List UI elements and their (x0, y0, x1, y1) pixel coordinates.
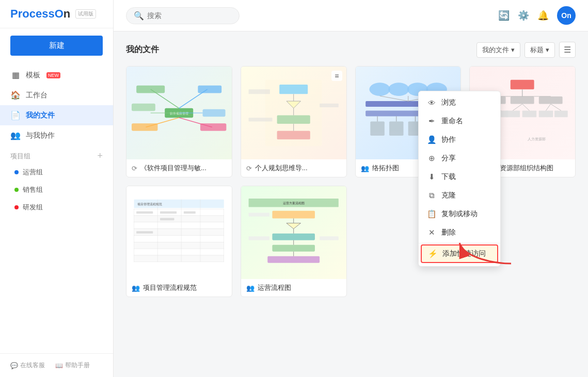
rd-dot (14, 205, 19, 209)
file-card-mindmap[interactable]: 软件项目管理 (126, 66, 232, 177)
sidebar-item-template[interactable]: ▦ 模板 NEW (0, 65, 113, 85)
svg-rect-93 (320, 236, 339, 240)
file-name: 项目管理流程规范 (143, 283, 197, 292)
table-svg: 项目管理流程规范 (132, 191, 226, 274)
mindmap-svg: 软件项目管理 (132, 71, 226, 155)
menu-divider (419, 243, 500, 243)
flow-svg (246, 71, 341, 155)
svg-rect-69 (134, 242, 224, 249)
svg-text:人力资源部: 人力资源部 (528, 137, 546, 141)
svg-rect-19 (277, 116, 310, 124)
svg-marker-84 (287, 223, 301, 229)
svg-rect-21 (277, 131, 310, 140)
shortcut-icon: ⚡ (428, 249, 437, 258)
sidebar-footer: 💬 在线客服 📖 帮助手册 (0, 353, 113, 377)
svg-rect-66 (134, 222, 224, 229)
settings-icon[interactable]: ⚙️ (518, 10, 529, 21)
ops-dot (14, 170, 19, 174)
file-card-ops[interactable]: 运营方案流程图 (241, 186, 347, 297)
content-area: 我的文件 我的文件 ▾ 标题 ▾ ☰ (114, 31, 588, 377)
context-menu-copy-move[interactable]: 📋 复制或移动 (419, 205, 500, 223)
file-info: ⟳ 个人规划思维导... (241, 159, 346, 177)
copy-move-icon: 📋 (427, 209, 436, 219)
logo: ProcessOn 试用版 (0, 0, 113, 28)
svg-line-58 (522, 104, 530, 111)
sidebar-item-myfiles[interactable]: 📄 我的文件 (0, 105, 113, 125)
sidebar-item-workspace[interactable]: 🏠 工作台 (0, 85, 113, 105)
filter-label: 我的文件 (482, 45, 509, 55)
group-item-ops[interactable]: 运营组 (0, 163, 113, 181)
support-label: 在线客服 (20, 361, 45, 370)
footer-help[interactable]: 📖 帮助手册 (55, 361, 90, 370)
user-avatar[interactable]: On (557, 6, 576, 25)
svg-rect-88 (272, 245, 315, 252)
svg-rect-91 (249, 212, 269, 216)
sidebar-item-label: 我的文件 (26, 111, 55, 120)
menu-item-label: 协作 (441, 135, 456, 144)
svg-rect-24 (320, 104, 339, 107)
card-menu-button[interactable]: ≡ (331, 71, 342, 81)
context-menu-delete[interactable]: ✕ 删除 (419, 223, 500, 242)
sidebar-item-label: 工作台 (26, 91, 47, 100)
context-menu-download[interactable]: ⬇ 下载 (419, 168, 500, 186)
file-type-icon: 👥 (246, 284, 255, 292)
group-label: 运营组 (23, 168, 43, 177)
context-menu-clone[interactable]: ⧉ 克隆 (419, 186, 500, 205)
svg-rect-45 (511, 96, 534, 104)
svg-rect-78 (184, 211, 196, 214)
new-button[interactable]: 新建 (10, 36, 103, 56)
share-icon: ⊕ (427, 154, 436, 163)
browse-icon: 👁 (427, 99, 436, 107)
file-card-personal[interactable]: ≡ ⟳ 个人规划思维导... (241, 66, 347, 177)
sidebar-nav: ▦ 模板 NEW 🏠 工作台 📄 我的文件 👥 与我协作 项目组 + 运营组 销… (0, 63, 113, 353)
search-icon: 🔍 (134, 11, 144, 21)
svg-rect-52 (522, 110, 537, 117)
file-type-icon: 👥 (132, 284, 140, 292)
group-item-rd[interactable]: 研发组 (0, 199, 113, 216)
notification-icon[interactable]: 🔔 (537, 10, 549, 21)
svg-rect-75 (136, 211, 153, 214)
list-view-button[interactable]: ☰ (559, 42, 576, 58)
collab-icon: 👥 (10, 130, 21, 140)
project-group-label: 项目组 (10, 152, 30, 161)
svg-rect-13 (203, 109, 226, 117)
sidebar-item-label: 模板 (26, 71, 40, 80)
file-type-icon: ⟳ (132, 165, 137, 172)
my-files-filter[interactable]: 我的文件 ▾ (476, 42, 520, 58)
list-icon: ☰ (564, 45, 571, 54)
search-input[interactable] (147, 11, 230, 20)
svg-text:项目管理流程规范: 项目管理流程规范 (137, 202, 162, 206)
svg-rect-42 (511, 80, 534, 89)
context-menu-collab[interactable]: 👤 协作 (419, 130, 500, 149)
context-menu-rename[interactable]: ✒ 重命名 (419, 112, 500, 130)
help-label: 帮助手册 (65, 361, 90, 370)
svg-line-60 (551, 104, 561, 111)
menu-item-label: 重命名 (441, 117, 463, 126)
file-card-project[interactable]: 项目管理流程规范 (126, 186, 232, 297)
footer-support[interactable]: 💬 在线客服 (10, 361, 45, 370)
menu-item-label: 浏览 (441, 98, 456, 107)
menu-item-label: 添加快捷访问 (442, 249, 486, 258)
add-group-button[interactable]: + (97, 151, 103, 161)
svg-rect-92 (249, 236, 269, 240)
filter-label2: 标题 (530, 45, 544, 55)
file-thumbnail-ops: 运营方案流程图 (241, 186, 346, 279)
title-filter[interactable]: 标题 ▾ (525, 42, 555, 58)
group-item-sales[interactable]: 销售组 (0, 181, 113, 199)
svg-rect-53 (539, 110, 553, 117)
file-thumbnail-flow (241, 67, 346, 159)
context-menu-share[interactable]: ⊕ 分享 (419, 149, 500, 168)
menu-item-label: 复制或移动 (441, 209, 478, 219)
svg-rect-11 (132, 104, 155, 111)
context-menu-browse[interactable]: 👁 浏览 (419, 93, 500, 112)
trial-badge: 试用版 (75, 9, 96, 19)
file-type-icon: 👥 (361, 165, 369, 172)
search-box[interactable]: 🔍 (126, 7, 240, 24)
svg-rect-79 (136, 231, 153, 234)
history-icon[interactable]: 🔄 (498, 10, 510, 21)
sidebar-item-collab[interactable]: 👥 与我协作 (0, 125, 113, 145)
menu-item-label: 下载 (441, 172, 456, 182)
context-menu-shortcut[interactable]: ⚡ 添加快捷访问 (421, 244, 498, 263)
svg-rect-7 (136, 86, 165, 93)
svg-rect-76 (160, 211, 177, 214)
